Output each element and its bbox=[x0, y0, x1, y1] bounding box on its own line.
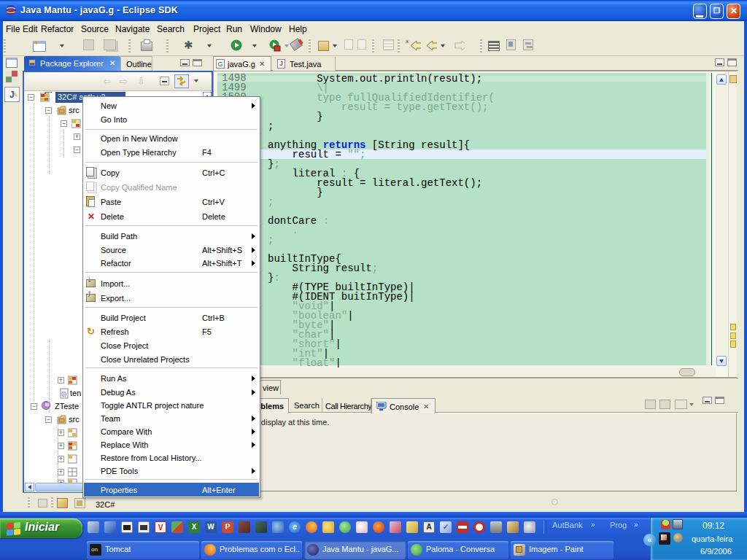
svg-text:(j): (j) bbox=[61, 390, 66, 397]
